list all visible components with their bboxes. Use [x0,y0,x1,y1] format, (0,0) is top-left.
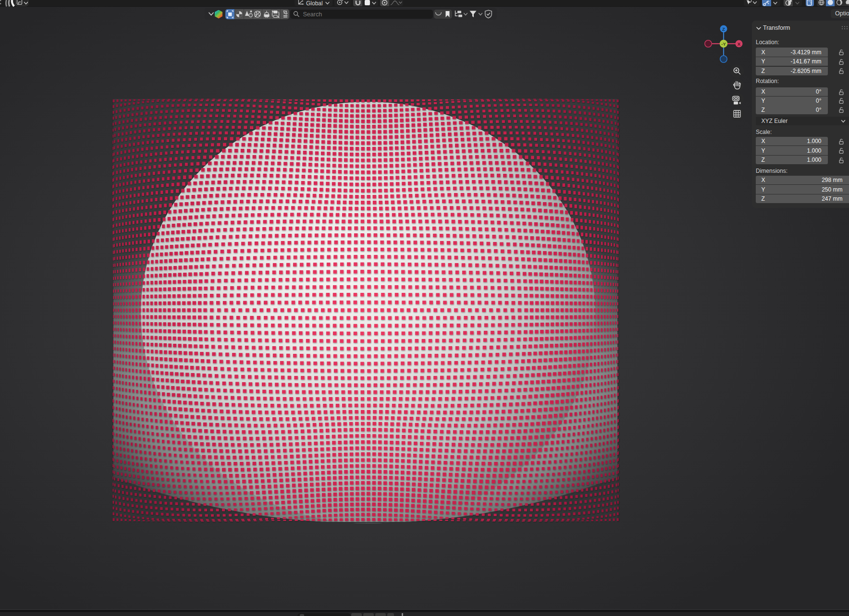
svg-text:X: X [738,41,741,47]
svg-text:Z: Z [722,26,725,32]
svg-text:-Y: -Y [721,41,726,47]
